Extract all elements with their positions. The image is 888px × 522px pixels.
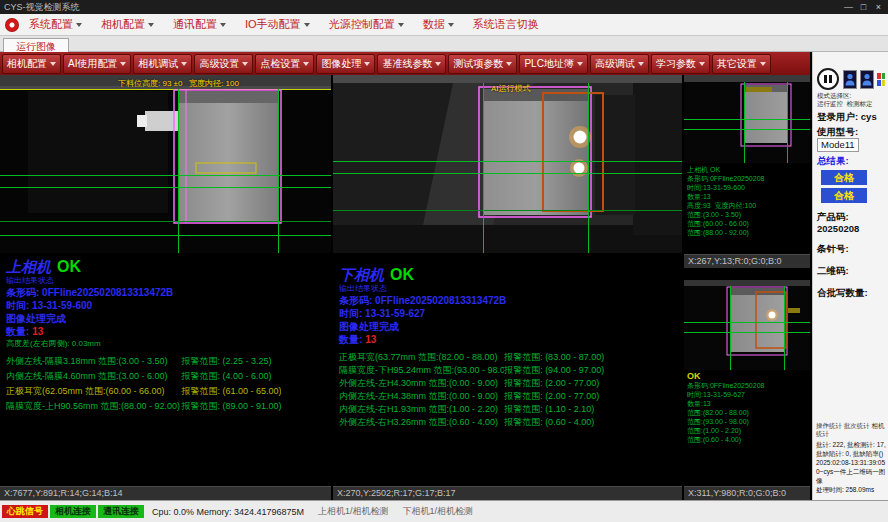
preview-top-image[interactable] [684,75,810,163]
dropdown-arrow-icon [435,62,441,66]
toolbar-button-other-settings[interactable]: 其它设置 [712,54,771,74]
measurement-list: 外侧左线-隔膜3.18mm 范围:(3.00 - 3.50)报警范围: (2.2… [6,354,325,414]
dropdown-arrow-icon [304,23,310,27]
minimize-button[interactable]: — [841,0,856,14]
measurement-text: 外侧左线-左H4.30mm 范围:(0.00 - 9.00) [339,377,504,390]
overlay-label: AI运行模式 [491,83,531,94]
toolbar-button-baseline-params[interactable]: 基准线参数 [377,54,446,74]
login-label: 登录用户: [817,111,858,122]
color-grid-icon[interactable] [877,73,885,86]
lower-camera-status-text: 下相机1/相机检测 [403,505,474,518]
dropdown-arrow-icon [148,23,154,27]
window-controls: — □ × [841,0,886,14]
preview-bottom-log: OK 条形码:0FFline20250208 时间:13-31-59-627 数… [684,370,810,446]
pass-badge: 合格 [821,170,867,185]
process-status: 图像处理完成 [6,312,325,325]
coordinate-bar: X:311,Y:980;R:0;G:0;B:0 [684,486,810,500]
measurement-row: 隔膜宽度-下H95.24mm 范围:(93.00 - 98.00)报警范围: (… [339,364,676,377]
menu-item-language-switch[interactable]: 系统语言切换 [473,17,539,32]
measurement-text: 正极耳宽(62.05mm 范围:(60.00 - 66.00) [6,384,181,399]
camera-thumbnail-button[interactable] [860,70,874,89]
toolbar-button-spot-check[interactable]: 点检设置 [255,54,314,74]
time-text: 时间: 13-31-59-627 [339,307,676,320]
model-value[interactable]: Mode11 [817,138,859,152]
tab-run-image[interactable]: 运行图像 [3,38,69,52]
measurement-row: 外侧左线-隔膜3.18mm 范围:(3.00 - 3.50)报警范围: (2.2… [6,354,325,369]
login-value: cys [861,111,877,122]
preview-log-line: 条形码:0FFline20250208 [687,381,807,390]
app-logo-icon [5,18,19,32]
process-status: 图像处理完成 [339,320,676,333]
menu-item-system-config[interactable]: 系统配置 [29,17,82,32]
preview-log-line: 范围:(3.00 - 3.50) [687,210,807,219]
menu-item-camera-config[interactable]: 相机配置 [101,17,154,32]
alarm-range-text: 报警范围: (2.00 - 77.00) [504,390,599,403]
preview-top: 上相机 OK 条形码:0FFline20250208 时间:13-31-59-6… [684,75,810,268]
count-text: 数量: 13 [6,325,325,338]
toolbar-button-advanced-settings[interactable]: 高级设置 [194,54,253,74]
close-button[interactable]: × [871,0,886,14]
camera-subtitle: 输出结果状态 [6,276,325,286]
dropdown-arrow-icon [242,62,248,66]
camera-title: 上相机OK [6,257,325,276]
model-label: 使用型号: [817,126,858,137]
app-title: CYS-视觉检测系统 [4,2,80,12]
toolbar-button-image-processing[interactable]: 图像处理 [316,54,375,74]
menu-item-data[interactable]: 数据 [423,17,454,32]
comm-link-indicator: 通讯连接 [98,505,144,518]
height-diff-text: 高度差(左右两侧): 0.03mm [6,338,325,349]
qr-label: 二维码: [817,265,885,277]
person-icon [862,73,872,86]
toolbar: 相机配置 AI使用配置 相机调试 高级设置 点检设置 图像处理 基准线参数 测试… [0,52,810,75]
preview-log-line: 范围:(1.00 - 2.20) [687,426,807,435]
toolbar-button-camera-debug[interactable]: 相机调试 [133,54,192,74]
info-panel: 模式选择区: 运行监控 检测标定 登录用户: cys 使用型号: Mode11 … [812,52,888,500]
preview-log-line: 范围:(93.00 - 98.00) [687,417,807,426]
needle-label: 条针号: [817,243,885,255]
lower-camera-image[interactable]: AI运行模式 [333,75,682,253]
toolbar-button-test-item-params[interactable]: 测试项参数 [448,54,517,74]
toolbar-button-learning-params[interactable]: 学习参数 [651,54,710,74]
dropdown-arrow-icon [220,23,226,27]
ok-status: OK [390,266,414,283]
toolbar-button-plc-address-book[interactable]: PLC地址簿 [519,54,587,74]
mode-selector-text: 模式选择区: 运行监控 检测标定 [817,92,886,108]
count-text: 数量: 13 [339,333,676,346]
preview-log-line: 数量:13 [687,192,807,201]
toolbar-button-advanced-debug[interactable]: 高级调试 [590,54,649,74]
alarm-range-text: 报警范围: (4.00 - 6.00) [181,369,271,384]
menubar: 系统配置 相机配置 通讯配置 IO手动配置 光源控制配置 数据 系统语言切换 [0,14,888,36]
ok-status: OK [57,258,81,275]
measurement-text: 正极耳宽(63.77mm 范围:(82.00 - 88.00) [339,351,504,364]
menu-item-io-manual-config[interactable]: IO手动配置 [245,17,310,32]
stats-line: 批计: 222, 批检测计: 17, [816,440,886,449]
camera-link-indicator: 相机连接 [50,505,96,518]
preview-bottom-image[interactable] [684,280,810,370]
toolbar-button-camera-config[interactable]: 相机配置 [2,54,61,74]
pause-button[interactable] [817,68,839,90]
result-label: 总结果: [817,155,885,167]
preview-log-line: 时间:13-31-59-600 [687,183,807,192]
camera-thumbnail-button[interactable] [843,70,857,89]
stats-block: 操作统计 批次统计 相机统计 批计: 222, 批检测计: 17, 批缺陷计: … [816,422,886,494]
measurement-row: 内侧左线-左H4.38mm 范围:(0.00 - 9.00)报警范围: (2.0… [339,390,676,403]
tab-bar: 运行图像 [0,36,888,52]
maximize-button[interactable]: □ [856,0,871,14]
stats-header: 操作统计 批次统计 相机统计 [816,422,886,438]
preview-log-line: 数量:13 [687,399,807,408]
preview-log-line: 范围:(88.00 - 92.00) [687,228,807,237]
preview-log-line: OK [687,372,807,381]
measurement-row: 外侧左线-右H3.26mm 范围:(0.60 - 4.00)报警范围: (0.6… [339,416,676,429]
alarm-range-text: 报警范围: (1.10 - 2.10) [504,403,594,416]
toolbar-button-ai-usage-config[interactable]: AI使用配置 [63,54,131,74]
menu-item-comm-config[interactable]: 通讯配置 [173,17,226,32]
dropdown-arrow-icon [699,62,705,66]
upper-camera-readout: 上相机OK 输出结果状态 条形码: 0FFline202502081331347… [0,253,331,414]
measurement-text: 外侧左线-右H3.26mm 范围:(0.60 - 4.00) [339,416,504,429]
upper-camera-image[interactable]: 下料位高度: 93 ±0 宽度内径: 100 [0,75,331,253]
measurement-text: 隔膜宽度-上H90.56mm 范围:(88.00 - 92.00) [6,399,181,414]
menu-item-light-control-config[interactable]: 光源控制配置 [329,17,404,32]
lower-camera-readout: 下相机OK 输出结果状态 条形码: 0FFline202502081331347… [333,253,682,429]
measurement-text: 内侧左线-隔膜4.60mm 范围:(3.00 - 6.00) [6,369,181,384]
barcode-text: 条形码: 0FFline2025020813313472B [339,294,676,307]
